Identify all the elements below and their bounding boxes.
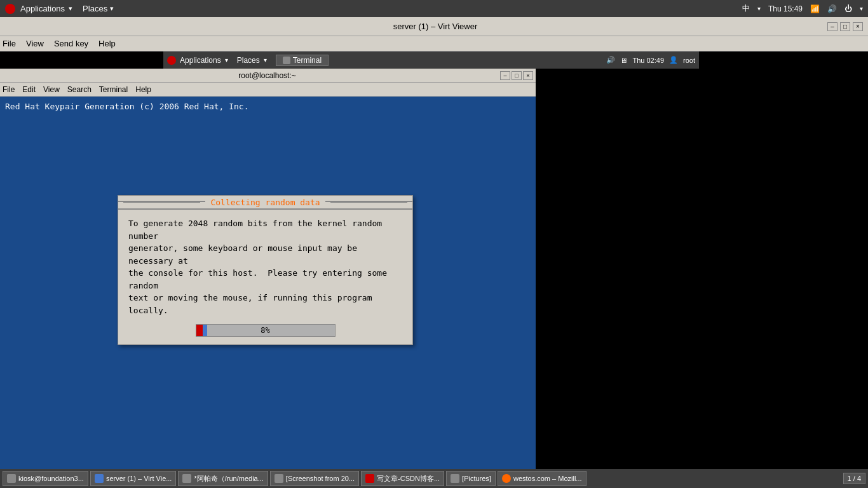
system-bar-right: 中 ▾ Thu 15:49 📶 🔊 ⏻ ▾ bbox=[742, 3, 863, 14]
virt-title: server (1) – Virt Viewer bbox=[43, 22, 827, 31]
host-pictures-icon bbox=[451, 474, 459, 483]
guest-top-bar-right: 🔊 🖥 Thu 02:49 👤 root bbox=[606, 56, 695, 64]
dialog-box: Collecting random data To generate 2048 … bbox=[118, 195, 413, 345]
guest-applications-arrow: ▾ bbox=[225, 57, 228, 64]
terminal-title-bar: root@localhost:~ – □ × bbox=[0, 69, 536, 83]
terminal-content[interactable]: Red Hat Keypair Generation (c) 2006 Red … bbox=[0, 97, 536, 488]
terminal-menu-edit[interactable]: Edit bbox=[22, 85, 36, 94]
guest-places-menu[interactable]: Places bbox=[237, 56, 260, 65]
places-arrow: ▾ bbox=[110, 4, 114, 13]
dialog-body: To generate 2048 random bits from the ke… bbox=[118, 210, 412, 344]
host-csdn-icon bbox=[365, 474, 374, 483]
terminal-menu-help[interactable]: Help bbox=[135, 85, 151, 94]
terminal-tab-icon bbox=[283, 57, 290, 64]
host-screenshot-label: [Screenshot from 20... bbox=[286, 475, 355, 482]
guest-places-arrow: ▾ bbox=[264, 57, 267, 64]
host-taskbar-pictures[interactable]: [Pictures] bbox=[446, 471, 496, 486]
guest-applications-menu[interactable]: Applications bbox=[180, 56, 221, 65]
host-westos-icon bbox=[502, 474, 511, 483]
host-pager: 1 / 4 bbox=[843, 473, 865, 484]
volume-icon: 🔊 bbox=[827, 4, 837, 13]
progress-blue-segment bbox=[203, 325, 208, 336]
terminal-title: root@localhost:~ bbox=[34, 71, 500, 80]
virt-maximize-button[interactable]: □ bbox=[840, 22, 850, 31]
redhat-icon bbox=[5, 4, 15, 14]
host-taskbar-apache[interactable]: *阿帕奇（/run/media... bbox=[178, 471, 268, 486]
lang-indicator[interactable]: 中 bbox=[742, 3, 750, 14]
progress-bar-fill bbox=[196, 325, 208, 336]
datetime: Thu 15:49 bbox=[768, 4, 803, 13]
host-virt-icon bbox=[95, 474, 104, 483]
virt-menu-sendkey[interactable]: Send key bbox=[54, 39, 88, 48]
host-taskbar-screenshot[interactable]: [Screenshot from 20... bbox=[270, 471, 359, 486]
network-icon: 📶 bbox=[810, 4, 820, 13]
progress-bar: 8% bbox=[196, 324, 336, 337]
host-kiosk-label: kiosk@foundation3... bbox=[18, 475, 84, 482]
guest-top-bar-left: Applications ▾ Places ▾ Terminal bbox=[167, 55, 329, 66]
host-taskbar-westos[interactable]: westos.com – Mozill... bbox=[498, 471, 587, 486]
terminal-menu-bar: File Edit View Search Terminal Help bbox=[0, 83, 536, 97]
host-taskbar-virt[interactable]: server (1) – Virt Vie... bbox=[90, 471, 177, 486]
terminal-tab-label: Terminal bbox=[293, 56, 322, 65]
terminal-window: root@localhost:~ – □ × File Edit View Se… bbox=[0, 69, 536, 488]
applications-menu[interactable]: Applications bbox=[20, 4, 65, 13]
dialog-title-bar: Collecting random data bbox=[118, 196, 412, 210]
terminal-menu-file[interactable]: File bbox=[3, 85, 15, 94]
dialog-body-text: To generate 2048 random bits from the ke… bbox=[128, 217, 402, 316]
virt-title-bar: server (1) – Virt Viewer – □ × bbox=[0, 17, 868, 36]
virt-menu-bar: File View Send key Help bbox=[0, 36, 868, 51]
terminal-minimize-button[interactable]: – bbox=[500, 71, 510, 80]
applications-arrow: ▾ bbox=[69, 4, 72, 13]
keypair-line: Red Hat Keypair Generation (c) 2006 Red … bbox=[5, 102, 531, 111]
terminal-menu-view[interactable]: View bbox=[43, 85, 60, 94]
progress-red-segment bbox=[196, 325, 203, 336]
virt-menu-view[interactable]: View bbox=[26, 39, 44, 48]
guest-user-icon: 👤 bbox=[669, 56, 678, 64]
guest-volume-icon: 🔊 bbox=[606, 56, 615, 64]
progress-container: 8% bbox=[128, 324, 402, 337]
guest-datetime: Thu 02:49 bbox=[632, 57, 664, 64]
virt-menu-file[interactable]: File bbox=[3, 39, 16, 48]
power-icon[interactable]: ⏻ bbox=[844, 4, 852, 13]
system-bar: Applications ▾ Places ▾ 中 ▾ Thu 15:49 📶 … bbox=[0, 0, 868, 17]
lang-arrow: ▾ bbox=[757, 5, 761, 12]
host-pager-box[interactable]: 1 / 4 bbox=[843, 473, 865, 484]
virt-viewer-window: server (1) – Virt Viewer – □ × File View… bbox=[0, 17, 868, 488]
guest-username: root bbox=[683, 57, 695, 64]
host-kiosk-icon bbox=[7, 474, 16, 483]
virt-close-button[interactable]: × bbox=[853, 22, 863, 31]
guest-redhat-icon bbox=[167, 56, 176, 65]
places-menu[interactable]: Places bbox=[83, 4, 107, 13]
host-pictures-label: [Pictures] bbox=[462, 475, 491, 482]
dialog-title-text: Collecting random data bbox=[205, 198, 325, 207]
host-csdn-label: 写文章-CSDN博客... bbox=[377, 474, 440, 484]
terminal-window-controls: – □ × bbox=[500, 71, 533, 80]
terminal-menu-search[interactable]: Search bbox=[67, 85, 92, 94]
host-apache-icon bbox=[182, 474, 191, 483]
progress-text: 8% bbox=[261, 325, 269, 336]
virt-menu-help[interactable]: Help bbox=[98, 39, 116, 48]
guest-screen: Applications ▾ Places ▾ Terminal 🔊 🖥 Thu… bbox=[0, 51, 868, 488]
host-virt-label: server (1) – Virt Vie... bbox=[106, 475, 172, 482]
host-screenshot-icon bbox=[275, 474, 283, 483]
power-arrow: ▾ bbox=[860, 5, 863, 12]
host-apache-label: *阿帕奇（/run/media... bbox=[194, 474, 263, 484]
virt-minimize-button[interactable]: – bbox=[827, 22, 837, 31]
host-taskbar-kiosk[interactable]: kiosk@foundation3... bbox=[3, 471, 88, 486]
terminal-menu-terminal[interactable]: Terminal bbox=[99, 85, 128, 94]
terminal-tab[interactable]: Terminal bbox=[276, 55, 329, 66]
host-bottom-taskbar: kiosk@foundation3... server (1) – Virt V… bbox=[0, 469, 868, 488]
terminal-maximize-button[interactable]: □ bbox=[512, 71, 522, 80]
guest-screen-icon: 🖥 bbox=[620, 57, 627, 64]
terminal-close-button[interactable]: × bbox=[523, 71, 533, 80]
host-westos-label: westos.com – Mozill... bbox=[513, 475, 582, 482]
guest-top-bar: Applications ▾ Places ▾ Terminal 🔊 🖥 Thu… bbox=[163, 51, 699, 69]
system-bar-left: Applications ▾ Places ▾ bbox=[5, 4, 114, 14]
virt-window-controls: – □ × bbox=[827, 22, 863, 31]
host-taskbar-csdn[interactable]: 写文章-CSDN博客... bbox=[361, 471, 444, 486]
